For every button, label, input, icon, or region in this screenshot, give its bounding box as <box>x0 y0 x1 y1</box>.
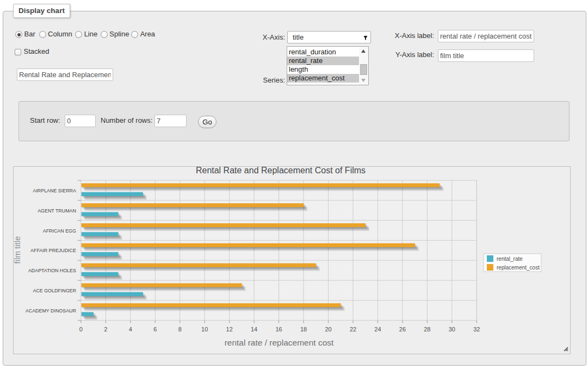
svg-text:6: 6 <box>153 326 157 333</box>
svg-text:film title: film title <box>14 236 22 264</box>
svg-text:AFFAIR PREJUDICE: AFFAIR PREJUDICE <box>30 248 76 253</box>
svg-text:4: 4 <box>129 326 132 333</box>
svg-text:Rental Rate and Replacement Co: Rental Rate and Replacement Cost of Film… <box>196 167 366 175</box>
svg-text:20: 20 <box>325 326 331 333</box>
svg-text:14: 14 <box>251 326 257 333</box>
svg-text:replacement_cost: replacement_cost <box>497 265 540 271</box>
svg-text:ACADEMY DINOSAUR: ACADEMY DINOSAUR <box>26 308 76 313</box>
svg-text:0: 0 <box>79 326 83 333</box>
svg-text:2: 2 <box>104 326 107 333</box>
svg-text:AGENT TRUMAN: AGENT TRUMAN <box>38 208 76 214</box>
svg-text:22: 22 <box>350 326 356 333</box>
svg-text:16: 16 <box>275 326 282 333</box>
svg-text:rental_rate: rental_rate <box>497 256 523 262</box>
svg-text:ADAPTATION HOLES: ADAPTATION HOLES <box>28 268 76 273</box>
svg-text:rental rate / replacement cost: rental rate / replacement cost <box>225 338 334 347</box>
svg-text:10: 10 <box>201 326 208 333</box>
svg-text:AIRPLANE SIERRA: AIRPLANE SIERRA <box>33 188 76 193</box>
svg-text:12: 12 <box>226 326 233 333</box>
svg-text:8: 8 <box>178 326 182 333</box>
svg-text:28: 28 <box>424 326 430 333</box>
svg-text:18: 18 <box>300 326 307 333</box>
svg-text:ACE GOLDFINGER: ACE GOLDFINGER <box>33 288 76 293</box>
svg-text:24: 24 <box>374 326 381 333</box>
svg-text:30: 30 <box>449 326 455 333</box>
svg-text:AFRICAN EGG: AFRICAN EGG <box>43 228 76 234</box>
svg-text:26: 26 <box>399 326 406 333</box>
svg-text:32: 32 <box>473 326 480 333</box>
